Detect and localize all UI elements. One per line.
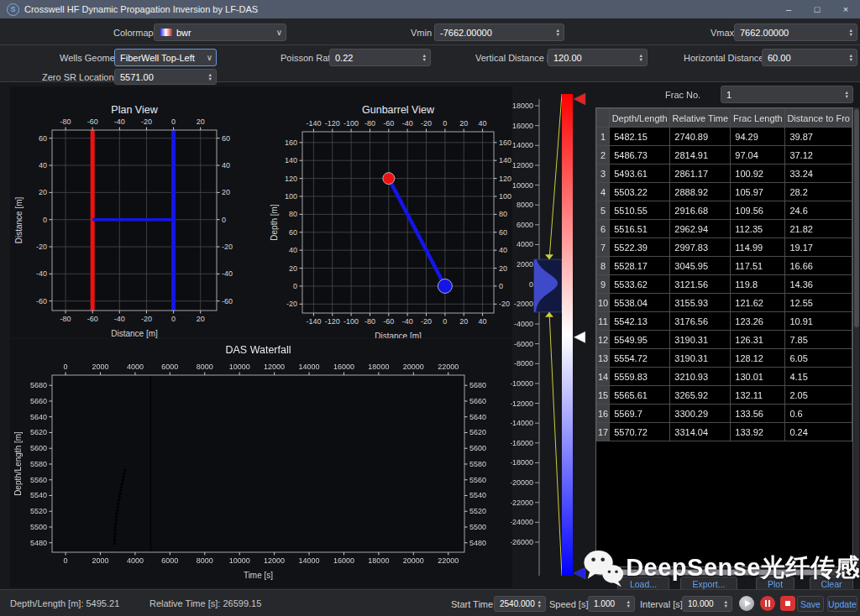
table-cell[interactable]: 14.36	[785, 275, 852, 294]
table-cell[interactable]: 21.82	[785, 220, 852, 238]
row-number-cell[interactable]: 4	[597, 183, 610, 201]
table-cell[interactable]: 5565.61	[610, 386, 670, 405]
colormap-dropdown[interactable]: bwr∨	[154, 23, 286, 41]
table-row[interactable]: 65516.512962.94112.3521.82	[597, 220, 852, 238]
table-cell[interactable]: 3210.93	[670, 368, 731, 386]
spinner-arrows-icon[interactable]: ▲▼	[422, 54, 427, 62]
table-cell[interactable]: 119.8	[731, 275, 785, 294]
table-cell[interactable]: 114.99	[731, 238, 785, 257]
table-cell[interactable]: 39.87	[785, 128, 852, 146]
spinner-arrows-icon[interactable]: ▲▼	[627, 600, 631, 608]
spinner-arrows-icon[interactable]: ▲▼	[849, 29, 853, 37]
row-number-cell[interactable]: 17	[597, 423, 610, 441]
table-row[interactable]: 115542.133176.56123.2610.91	[597, 312, 852, 331]
table-cell[interactable]: 5559.83	[610, 368, 670, 386]
row-number-cell[interactable]: 12	[597, 331, 610, 349]
table-cell[interactable]: 2962.94	[670, 220, 731, 238]
spinner-arrows-icon[interactable]: ▲▼	[538, 600, 542, 608]
table-cell[interactable]: 3314.04	[670, 423, 731, 441]
table-row[interactable]: 45503.222888.92105.9728.2	[597, 183, 852, 201]
pause-button[interactable]	[760, 596, 775, 611]
maximize-button[interactable]: □	[803, 0, 831, 18]
row-number-cell[interactable]: 14	[597, 368, 610, 386]
vertical-distance-spinbox[interactable]: 120.00▲▼	[548, 49, 648, 66]
frac-table[interactable]: Depth/LengthRelative TimeFrac LengthDist…	[596, 108, 852, 441]
table-cell[interactable]: 10.91	[785, 312, 852, 331]
table-row[interactable]: 55510.552916.68109.5624.6	[597, 201, 852, 220]
spinner-arrows-icon[interactable]: ▲▼	[845, 91, 849, 99]
table-cell[interactable]: 3121.56	[670, 275, 731, 294]
vmin-spinbox[interactable]: -7662.00000▲▼	[434, 23, 564, 41]
table-cell[interactable]: 2740.89	[670, 128, 731, 146]
table-cell[interactable]: 2814.91	[670, 146, 731, 164]
table-row[interactable]: 165569.73300.29133.560.6	[597, 405, 852, 423]
table-cell[interactable]: 97.04	[731, 146, 785, 164]
table-cell[interactable]: 16.66	[785, 257, 852, 275]
table-cell[interactable]: 28.2	[785, 183, 852, 201]
table-cell[interactable]: 100.92	[731, 164, 785, 183]
colorbar-histogram-widget[interactable]: 1800016000140001200010000800060004000200…	[511, 82, 593, 589]
table-cell[interactable]: 133.56	[731, 405, 785, 423]
frac-no-spinbox[interactable]: 1▲▼	[721, 86, 853, 103]
row-number-cell[interactable]: 1	[597, 128, 610, 146]
table-cell[interactable]: 105.97	[731, 183, 785, 201]
wells-geometry-dropdown[interactable]: FiberWell Top-Left∨	[114, 49, 217, 66]
table-cell[interactable]: 2916.68	[670, 201, 731, 220]
row-number-cell[interactable]: 15	[597, 386, 610, 405]
table-cell[interactable]: 5482.15	[610, 128, 670, 146]
spinner-arrows-icon[interactable]: ▲▼	[724, 600, 728, 608]
table-cell[interactable]: 24.6	[785, 201, 852, 220]
waterfall-heatmap[interactable]	[66, 382, 454, 546]
table-cell[interactable]: 3176.56	[670, 312, 731, 331]
table-cell[interactable]: 3155.93	[670, 294, 731, 312]
plan-view-plot[interactable]: -80-80-60-60-40-40-20-20002020-60-60-40-…	[10, 86, 267, 338]
table-cell[interactable]: 5538.04	[610, 294, 670, 312]
table-vertical-scrollbar[interactable]	[854, 107, 859, 567]
row-number-cell[interactable]: 5	[597, 201, 610, 220]
stop-button[interactable]	[780, 596, 795, 611]
table-cell[interactable]: 5569.7	[610, 405, 670, 423]
zero-sr-location-spinbox[interactable]: 5571.00▲▼	[114, 69, 217, 85]
row-number-cell[interactable]: 6	[597, 220, 610, 238]
table-row[interactable]: 135554.723190.31128.126.05	[597, 349, 852, 368]
speed-spinbox[interactable]: 1.000▲▼	[588, 596, 635, 612]
update-button[interactable]: Update	[827, 596, 857, 612]
table-cell[interactable]: 5510.55	[610, 201, 670, 220]
table-row[interactable]: 125549.953190.31126.317.85	[597, 331, 852, 349]
table-cell[interactable]: 130.01	[731, 368, 785, 386]
row-number-cell[interactable]: 10	[597, 294, 610, 312]
row-number-cell[interactable]: 3	[597, 164, 610, 183]
table-row[interactable]: 35493.612861.17100.9233.24	[597, 164, 852, 183]
row-number-cell[interactable]: 7	[597, 238, 610, 257]
table-cell[interactable]: 5503.22	[610, 183, 670, 201]
table-cell[interactable]: 3190.31	[670, 349, 731, 368]
table-cell[interactable]: 112.35	[731, 220, 785, 238]
row-number-cell[interactable]: 9	[597, 275, 610, 294]
spinner-arrows-icon[interactable]: ▲▼	[556, 29, 560, 37]
table-cell[interactable]: 133.92	[731, 423, 785, 441]
horizontal-distance-spinbox[interactable]: 60.00▲▼	[762, 49, 857, 66]
table-row[interactable]: 25486.732814.9197.0437.12	[597, 146, 852, 164]
table-horizontal-scrollbar[interactable]	[596, 569, 847, 576]
table-row[interactable]: 85528.173045.95117.5116.66	[597, 257, 852, 275]
table-row[interactable]: 105538.043155.93121.6212.55	[597, 294, 852, 312]
table-cell[interactable]: 3190.31	[670, 331, 731, 349]
table-row[interactable]: 155565.613265.92132.112.05	[597, 386, 852, 405]
row-number-cell[interactable]: 2	[597, 146, 610, 164]
poisson-ratio-spinbox[interactable]: 0.22▲▼	[329, 49, 431, 66]
table-cell[interactable]: 3300.29	[670, 405, 731, 423]
row-number-cell[interactable]: 13	[597, 349, 610, 368]
gradient-bar[interactable]	[562, 94, 573, 576]
interval-spinbox[interactable]: 10.000▲▼	[682, 596, 732, 612]
start-time-spinbox[interactable]: 2540.000▲▼	[494, 596, 546, 612]
table-cell[interactable]: 5570.72	[610, 423, 670, 441]
table-cell[interactable]: 121.62	[731, 294, 785, 312]
table-row[interactable]: 95533.623121.56119.814.36	[597, 275, 852, 294]
spinner-arrows-icon[interactable]: ▲▼	[639, 54, 643, 62]
table-cell[interactable]: 5549.95	[610, 331, 670, 349]
table-cell[interactable]: 33.24	[785, 164, 852, 183]
table-cell[interactable]: 0.6	[785, 405, 852, 423]
table-cell[interactable]: 5533.62	[610, 275, 670, 294]
gradient-tick-white[interactable]	[574, 331, 585, 343]
table-cell[interactable]: 2861.17	[670, 164, 731, 183]
